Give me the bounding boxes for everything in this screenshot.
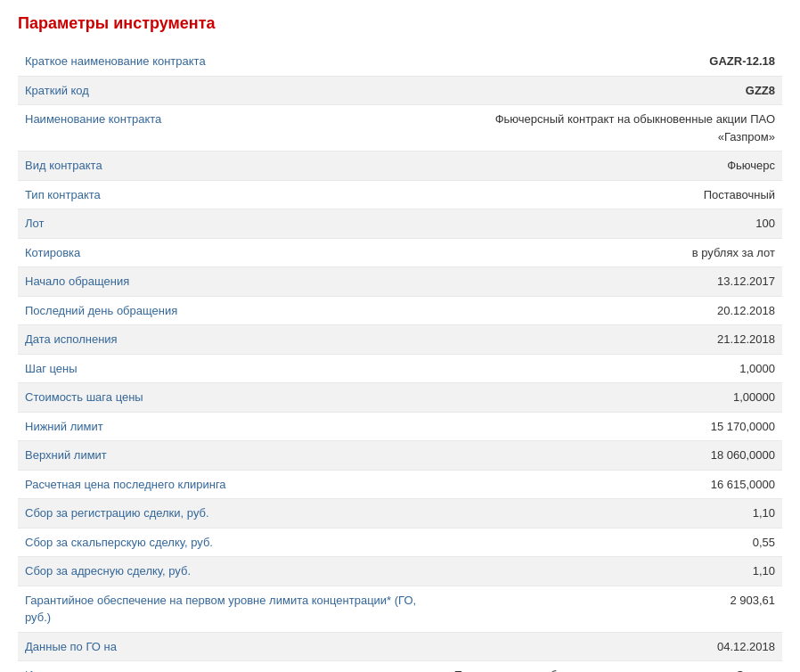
table-row: Сбор за регистрацию сделки, руб.1,10 xyxy=(18,499,782,529)
row-label: Сбор за регистрацию сделки, руб. xyxy=(18,499,438,529)
table-row: Гарантийное обеспечение на первом уровне… xyxy=(18,586,782,632)
row-label: Шаг цены xyxy=(18,354,438,383)
row-value: 21.12.2018 xyxy=(438,325,782,355)
row-label: Исполнение xyxy=(18,661,438,673)
row-label: Сбор за скальперскую сделку, руб. xyxy=(18,528,438,557)
row-label: Стоимость шага цены xyxy=(18,383,438,413)
row-label: Нижний лимит xyxy=(18,412,438,441)
row-label: Лот xyxy=(18,209,438,239)
table-row: Начало обращения13.12.2017 xyxy=(18,267,782,297)
table-row: Данные по ГО на04.12.2018 xyxy=(18,632,782,661)
table-row: Лот100 xyxy=(18,209,782,239)
row-value: 15 170,0000 xyxy=(438,412,782,441)
row-label: Сбор за адресную сделку, руб. xyxy=(18,557,438,586)
row-value: 2 903,61 xyxy=(438,586,782,632)
row-label: Гарантийное обеспечение на первом уровне… xyxy=(18,586,438,632)
row-label: Данные по ГО на xyxy=(18,632,438,661)
table-row: Нижний лимит15 170,0000 xyxy=(18,412,782,441)
table-row: Сбор за скальперскую сделку, руб.0,55 xyxy=(18,528,782,557)
row-value: в рублях за лот xyxy=(438,238,782,267)
table-row: Тип контрактаПоставочный xyxy=(18,180,782,209)
row-label: Краткий код xyxy=(18,76,438,105)
table-row: Расчетная цена последнего клиринга16 615… xyxy=(18,470,782,499)
table-row: Последний день обращения20.12.2018 xyxy=(18,296,782,325)
table-row: Верхний лимит18 060,0000 xyxy=(18,441,782,471)
table-row: ИсполнениеПоставка ценных бумаг путем за… xyxy=(18,661,782,673)
table-row: Краткое наименование контрактаGAZR-12.18 xyxy=(18,47,782,76)
table-row: Краткий кодGZZ8 xyxy=(18,76,782,105)
row-value: 13.12.2017 xyxy=(438,267,782,297)
instrument-table: Краткое наименование контрактаGAZR-12.18… xyxy=(18,47,782,672)
row-value: 18 060,0000 xyxy=(438,441,782,471)
table-row: Шаг цены1,0000 xyxy=(18,354,782,383)
row-label: Вид контракта xyxy=(18,152,438,181)
row-value: 100 xyxy=(438,209,782,239)
row-label: Последний день обращения xyxy=(18,296,438,325)
row-value: 0,55 xyxy=(438,528,782,557)
row-value: 1,00000 xyxy=(438,383,782,413)
row-value: 16 615,0000 xyxy=(438,470,782,499)
row-label: Тип контракта xyxy=(18,180,438,209)
row-value: 04.12.2018 xyxy=(438,632,782,661)
row-value: Фьючерс xyxy=(438,152,782,181)
row-value: Поставочный xyxy=(438,180,782,209)
row-label: Начало обращения xyxy=(18,267,438,297)
row-value: 20.12.2018 xyxy=(438,296,782,325)
table-row: Сбор за адресную сделку, руб.1,10 xyxy=(18,557,782,586)
row-value: Поставка ценных бумаг путем заключения с… xyxy=(438,661,782,673)
row-label: Краткое наименование контракта xyxy=(18,47,438,76)
page-title: Параметры инструмента xyxy=(18,14,782,33)
row-value: Фьючерсный контракт на обыкновенные акци… xyxy=(438,105,782,152)
table-row: Стоимость шага цены1,00000 xyxy=(18,383,782,413)
row-value: 1,0000 xyxy=(438,354,782,383)
row-value: GAZR-12.18 xyxy=(438,47,782,76)
table-row: Котировкав рублях за лот xyxy=(18,238,782,267)
row-value: 1,10 xyxy=(438,499,782,529)
table-row: Вид контрактаФьючерс xyxy=(18,152,782,181)
row-label: Дата исполнения xyxy=(18,325,438,355)
row-label: Наименование контракта xyxy=(18,105,438,152)
row-label: Расчетная цена последнего клиринга xyxy=(18,470,438,499)
row-value: 1,10 xyxy=(438,557,782,586)
table-row: Наименование контрактаФьючерсный контрак… xyxy=(18,105,782,152)
table-row: Дата исполнения21.12.2018 xyxy=(18,325,782,355)
row-label: Котировка xyxy=(18,238,438,267)
row-label: Верхний лимит xyxy=(18,441,438,471)
row-value: GZZ8 xyxy=(438,76,782,105)
